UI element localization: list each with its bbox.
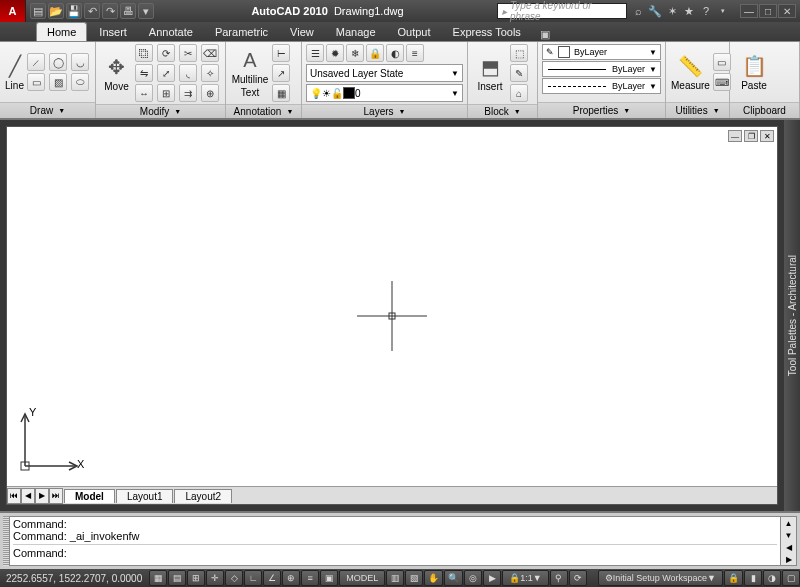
dyn-toggle[interactable]: ⊕ xyxy=(282,570,300,586)
layer-state-dropdown[interactable]: Unsaved Layer State▼ xyxy=(306,64,463,82)
layout-next-button[interactable]: ▶ xyxy=(35,488,49,504)
steering-wheel-icon[interactable]: ◎ xyxy=(464,570,482,586)
polar-toggle[interactable]: ✛ xyxy=(206,570,224,586)
panel-annotation-title[interactable]: Annotation▼ xyxy=(226,104,301,118)
infocenter-icon[interactable]: ⌕ xyxy=(631,4,645,18)
stretch-icon[interactable]: ↔ xyxy=(135,84,153,102)
edit-block-icon[interactable]: ✎ xyxy=(510,64,528,82)
select-icon[interactable]: ▭ xyxy=(713,53,731,71)
table-icon[interactable]: ▦ xyxy=(272,84,290,102)
anno-visibility-icon[interactable]: ⚲ xyxy=(550,570,568,586)
layer-match-icon[interactable]: ≡ xyxy=(406,44,424,62)
tab-home[interactable]: Home xyxy=(36,22,87,41)
quickview-layouts-icon[interactable]: ▥ xyxy=(386,570,404,586)
calc-icon[interactable]: ⌨ xyxy=(713,73,731,91)
paste-button[interactable]: 📋Paste xyxy=(734,44,774,100)
create-block-icon[interactable]: ⬚ xyxy=(510,44,528,62)
join-icon[interactable]: ⊕ xyxy=(201,84,219,102)
fillet-icon[interactable]: ◟ xyxy=(179,64,197,82)
color-dropdown[interactable]: ✎ByLayer▼ xyxy=(542,44,661,60)
command-text[interactable]: Command: Command: _ai_invokenfw Command: xyxy=(9,516,781,566)
help-dropdown-icon[interactable]: ▾ xyxy=(716,4,730,18)
panel-properties-title[interactable]: Properties▼ xyxy=(538,102,665,118)
drawing-canvas[interactable]: — ❐ ✕ Y X ⏮ ◀ ▶ ⏭ Model xyxy=(6,126,778,505)
tab-overflow-icon[interactable]: ▣ xyxy=(537,27,553,41)
ducs-toggle[interactable]: ∠ xyxy=(263,570,281,586)
snap-toggle[interactable]: ▦ xyxy=(149,570,167,586)
tab-insert[interactable]: Insert xyxy=(89,23,137,41)
qat-print-icon[interactable]: 🖶 xyxy=(120,3,136,19)
rotate-icon[interactable]: ⟳ xyxy=(157,44,175,62)
pan-icon[interactable]: ✋ xyxy=(424,570,443,586)
layer-off-icon[interactable]: ✹ xyxy=(326,44,344,62)
close-button[interactable]: ✕ xyxy=(778,4,796,18)
panel-utilities-title[interactable]: Utilities▼ xyxy=(666,102,729,118)
layout-tab-layout2[interactable]: Layout2 xyxy=(174,489,232,503)
leader-icon[interactable]: ↗ xyxy=(272,64,290,82)
move-button[interactable]: ✥Move xyxy=(100,45,133,101)
layer-freeze-icon[interactable]: ❄ xyxy=(346,44,364,62)
key-icon[interactable]: 🔧 xyxy=(648,4,662,18)
zoom-icon[interactable]: 🔍 xyxy=(444,570,463,586)
layout-tab-model[interactable]: Model xyxy=(64,489,115,503)
mtext-button[interactable]: AMultilineText xyxy=(230,45,270,101)
layout-last-button[interactable]: ⏭ xyxy=(49,488,63,504)
tab-output[interactable]: Output xyxy=(388,23,441,41)
qat-new-icon[interactable]: ▤ xyxy=(30,3,46,19)
favorite-icon[interactable]: ★ xyxy=(682,4,696,18)
ortho-toggle[interactable]: ⊞ xyxy=(187,570,205,586)
dimension-icon[interactable]: ⊢ xyxy=(272,44,290,62)
explode-icon[interactable]: ✧ xyxy=(201,64,219,82)
qat-open-icon[interactable]: 📂 xyxy=(48,3,64,19)
layer-lock-icon[interactable]: 🔒 xyxy=(366,44,384,62)
circle-icon[interactable]: ◯ xyxy=(49,53,67,71)
block-attr-icon[interactable]: ⌂ xyxy=(510,84,528,102)
offset-icon[interactable]: ⇉ xyxy=(179,84,197,102)
anno-scale-icon[interactable]: 🔒 1:1▼ xyxy=(502,570,548,586)
ellipse-icon[interactable]: ⬭ xyxy=(71,73,89,91)
tool-palettes-bar[interactable]: Tool Palettes - Architectural xyxy=(784,120,800,511)
erase-icon[interactable]: ⌫ xyxy=(201,44,219,62)
trim-icon[interactable]: ✂ xyxy=(179,44,197,62)
tab-annotate[interactable]: Annotate xyxy=(139,23,203,41)
toolbar-lock-icon[interactable]: 🔒 xyxy=(724,570,743,586)
command-scroll-up[interactable]: ▲ xyxy=(781,517,796,529)
anno-auto-icon[interactable]: ⟳ xyxy=(569,570,587,586)
command-scroll-left[interactable]: ◀ xyxy=(781,541,796,553)
arc-icon[interactable]: ◡ xyxy=(71,53,89,71)
tab-manage[interactable]: Manage xyxy=(326,23,386,41)
search-input[interactable]: ▸Type a keyword or phrase xyxy=(497,3,627,19)
hardware-accel-icon[interactable]: ▮ xyxy=(744,570,762,586)
layout-first-button[interactable]: ⏮ xyxy=(7,488,21,504)
layout-prev-button[interactable]: ◀ xyxy=(21,488,35,504)
hatch-icon[interactable]: ▨ xyxy=(49,73,67,91)
minimize-button[interactable]: — xyxy=(740,4,758,18)
tab-parametric[interactable]: Parametric xyxy=(205,23,278,41)
doc-restore-button[interactable]: ❐ xyxy=(744,130,758,142)
grid-toggle[interactable]: ▤ xyxy=(168,570,186,586)
help-icon[interactable]: ? xyxy=(699,4,713,18)
isolate-objects-icon[interactable]: ◑ xyxy=(763,570,781,586)
measure-button[interactable]: 📏Measure xyxy=(670,44,711,100)
array-icon[interactable]: ⊞ xyxy=(157,84,175,102)
command-scroll-right[interactable]: ▶ xyxy=(781,553,796,565)
rectangle-icon[interactable]: ▭ xyxy=(27,73,45,91)
command-prompt[interactable]: Command: xyxy=(13,544,777,559)
line-button[interactable]: ╱Line xyxy=(4,44,25,100)
qp-toggle[interactable]: ▣ xyxy=(320,570,338,586)
quickview-drawings-icon[interactable]: ▧ xyxy=(405,570,423,586)
doc-close-button[interactable]: ✕ xyxy=(760,130,774,142)
mirror-icon[interactable]: ⇋ xyxy=(135,64,153,82)
otrack-toggle[interactable]: ∟ xyxy=(244,570,262,586)
panel-modify-title[interactable]: Modify▼ xyxy=(96,104,225,118)
panel-block-title[interactable]: Block▼ xyxy=(468,104,537,118)
polyline-icon[interactable]: ⟋ xyxy=(27,53,45,71)
lwt-toggle[interactable]: ≡ xyxy=(301,570,319,586)
model-paper-toggle[interactable]: MODEL xyxy=(339,570,385,586)
showmotion-icon[interactable]: ▶ xyxy=(483,570,501,586)
qat-undo-icon[interactable]: ↶ xyxy=(84,3,100,19)
insert-button[interactable]: ⬒Insert xyxy=(472,45,508,101)
qat-dropdown-icon[interactable]: ▾ xyxy=(138,3,154,19)
layer-current-dropdown[interactable]: 💡 ☀ 🔓 0▼ xyxy=(306,84,463,102)
doc-minimize-button[interactable]: — xyxy=(728,130,742,142)
